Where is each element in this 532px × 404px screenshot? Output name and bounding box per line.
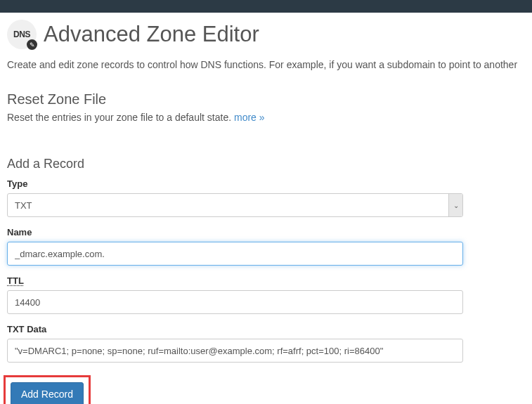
ttl-field: TTL <box>7 275 525 314</box>
reset-zone-heading: Reset Zone File <box>7 91 525 107</box>
page-title: Advanced Zone Editor <box>44 22 259 47</box>
more-link[interactable]: more » <box>234 112 265 123</box>
intro-text: Create and edit zone records to control … <box>7 59 525 70</box>
highlight-box: Add Record <box>4 375 91 404</box>
page-header: DNS ✎ Advanced Zone Editor <box>0 13 532 59</box>
name-input[interactable] <box>7 242 463 266</box>
add-record-button[interactable]: Add Record <box>11 382 84 404</box>
ttl-input[interactable] <box>7 290 463 314</box>
reset-zone-description: Reset the entries in your zone file to a… <box>7 112 525 123</box>
type-label: Type <box>7 178 525 189</box>
dns-icon: DNS ✎ <box>7 20 37 49</box>
reset-zone-text: Reset the entries in your zone file to a… <box>7 112 234 123</box>
name-field: Name <box>7 227 525 266</box>
ttl-label: TTL <box>7 275 525 286</box>
type-field: Type TXT ⌄ <box>7 178 525 217</box>
add-record-heading: Add a Record <box>7 157 525 171</box>
content: Create and edit zone records to control … <box>0 59 532 404</box>
name-label: Name <box>7 227 525 237</box>
txtdata-label: TXT Data <box>7 324 525 334</box>
top-bar <box>0 0 532 13</box>
type-select[interactable]: TXT <box>7 193 463 217</box>
pencil-badge-icon: ✎ <box>27 39 37 50</box>
txtdata-input[interactable] <box>7 339 463 363</box>
txtdata-field: TXT Data <box>7 324 525 363</box>
